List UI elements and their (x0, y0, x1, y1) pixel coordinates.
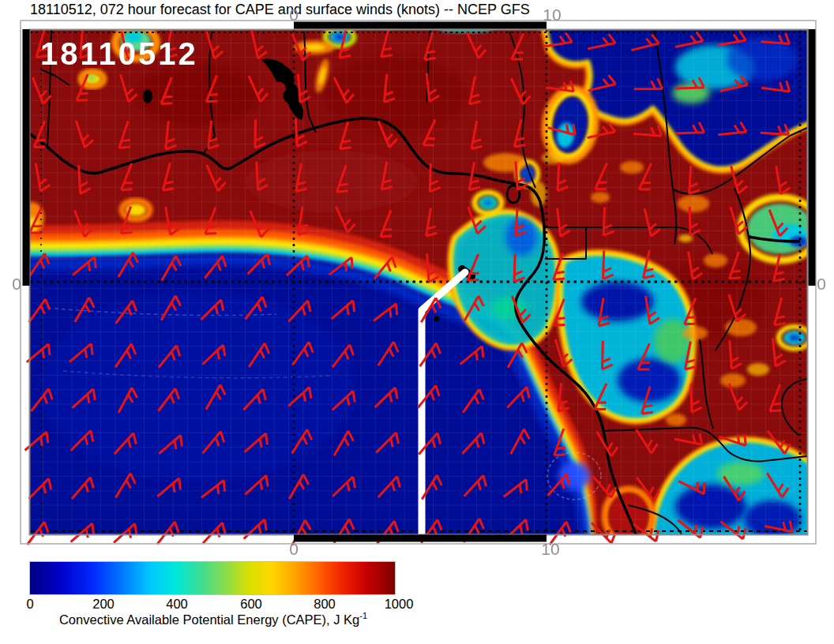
minor-grid (28, 28, 807, 545)
colorbar-tick: 0 (26, 597, 33, 612)
colorbar-tick: 1000 (385, 597, 414, 612)
sao-tome-island (434, 316, 440, 322)
colorbar-caption-text: Convective Available Potential Energy (C… (59, 612, 359, 627)
axis-tick-bottom-0: 0 (289, 540, 299, 558)
forecast-map: 18110512 0 10 0 10 0 0 (0, 0, 834, 562)
date-stamp: 18110512 (40, 36, 198, 71)
colorbar-caption: Convective Available Potential Energy (C… (0, 611, 426, 627)
colorbar-tick: 800 (314, 597, 336, 612)
colorbar-tick: 600 (240, 597, 262, 612)
colorbar-caption-sup: -1 (359, 611, 367, 620)
colorbar-tick: 200 (92, 597, 115, 612)
axis-tick-right-0: 0 (817, 275, 826, 293)
colorbar-tick: 400 (166, 597, 188, 612)
forecast-plot-page: 18110512, 072 hour forecast for CAPE and… (0, 0, 834, 644)
axis-tick-left-0: 0 (12, 275, 21, 293)
axis-tick-top-0: 0 (289, 6, 299, 24)
cape-colorbar (30, 562, 395, 594)
colorbar-ticks: 0 200 400 600 800 1000 (0, 597, 442, 612)
stamp-layer: 18110512 (40, 36, 198, 71)
axis-tick-top-10: 10 (543, 6, 561, 24)
axis-tick-bottom-10: 10 (541, 540, 559, 558)
